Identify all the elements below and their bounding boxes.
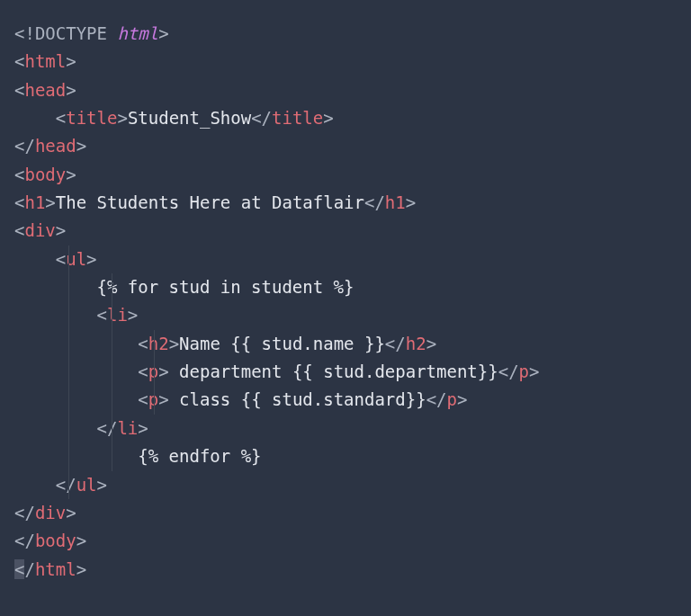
token-tag-bracket: > (45, 192, 55, 212)
code-line[interactable]: </head> (14, 132, 677, 160)
token-tag-name: li (107, 305, 128, 325)
token-tag-bracket: > (66, 503, 76, 522)
token-tag-bracket: < (14, 165, 24, 184)
token-tag-bracket: < (138, 334, 148, 353)
token-tag-bracket: > (323, 108, 333, 128)
token-tag-name: h2 (406, 334, 426, 353)
code-line[interactable]: <div> (14, 217, 677, 245)
code-line[interactable]: </ul> (14, 471, 677, 499)
token-text: class {{ stud.standard}} (169, 389, 426, 409)
token-tag-bracket: > (56, 220, 66, 240)
indent (14, 108, 56, 128)
indent-guide (112, 301, 112, 329)
token-tag-name: div (35, 503, 66, 522)
indent (14, 277, 97, 297)
token-tag-name: h1 (24, 192, 45, 212)
indent (14, 362, 138, 381)
token-tag-name: div (24, 220, 55, 240)
indent-guide (68, 471, 69, 499)
token-tag-bracket: > (76, 531, 86, 550)
token-tag-bracket: </ (97, 418, 118, 438)
indent (14, 446, 138, 466)
token-tag-bracket: > (128, 305, 138, 325)
token-template: {% endfor %} (138, 446, 261, 466)
token-tag-name: title (272, 108, 323, 128)
token-tag-bracket: </ (385, 334, 406, 353)
token-template: {% for stud in student %} (97, 277, 354, 297)
code-line[interactable]: <p> class {{ stud.standard}}</p> (14, 386, 677, 414)
code-line[interactable]: <p> department {{ stud.department}}</p> (14, 358, 677, 386)
token-tag-bracket: </ (14, 531, 35, 550)
token-tag-bracket: > (66, 80, 76, 100)
indent-guide (112, 358, 112, 386)
code-line[interactable]: {% endfor %} (14, 442, 677, 470)
token-tag-bracket: < (14, 51, 24, 71)
token-doctype-kw: DOCTYPE (35, 23, 118, 43)
code-line[interactable]: <html> (14, 48, 677, 76)
indent-guide (68, 330, 69, 358)
token-tag-bracket: > (457, 389, 467, 409)
code-line[interactable]: <ul> (14, 246, 677, 273)
token-tag-bracket: > (138, 418, 148, 438)
token-tag-bracket: </ (364, 192, 385, 212)
indent-guide (112, 273, 112, 301)
code-line[interactable]: </li> (14, 415, 677, 442)
code-line[interactable]: </body> (14, 527, 677, 555)
token-tag-bracket: </ (14, 136, 35, 156)
indent (14, 249, 56, 269)
token-tag-bracket: < (14, 220, 24, 240)
indent-guide (68, 301, 69, 329)
token-tag-name: head (24, 80, 66, 100)
token-tag-bracket: < (56, 108, 66, 128)
indent-guide (68, 358, 69, 386)
token-tag-name: html (24, 51, 66, 71)
token-text: The Students Here at Dataflair (56, 192, 364, 212)
token-tag-bracket: </ (251, 108, 272, 128)
code-line[interactable]: <!DOCTYPE html> (14, 20, 677, 48)
token-tag-bracket: > (66, 165, 76, 184)
token-tag-name: li (117, 418, 138, 438)
token-tag-bracket: > (86, 249, 96, 269)
token-tag-name: head (35, 136, 76, 156)
token-tag-bracket: > (169, 334, 179, 353)
code-line[interactable]: <body> (14, 161, 677, 189)
token-tag-bracket: > (97, 475, 107, 495)
code-line[interactable]: <head> (14, 76, 677, 104)
token-tag-name: body (35, 531, 76, 550)
token-tag-bracket: </ (14, 559, 35, 579)
indent-guide (68, 415, 69, 442)
token-tag-name: p (447, 389, 457, 409)
token-text: Name {{ stud.name }} (179, 334, 385, 353)
code-line[interactable]: {% for stud in student %} (14, 273, 677, 301)
token-tag-bracket: > (158, 362, 168, 381)
token-tag-bracket: > (117, 108, 127, 128)
indent-guide (154, 330, 155, 358)
indent (14, 334, 138, 353)
token-tag-bracket: > (76, 559, 86, 579)
token-text: department {{ stud.department}} (169, 362, 498, 381)
code-line[interactable]: </html> (14, 556, 677, 584)
indent-guide (68, 273, 69, 301)
token-tag-bracket: </ (14, 503, 35, 522)
token-text: Student_Show (128, 108, 251, 128)
indent-guide (112, 330, 112, 358)
code-line[interactable]: <h1>The Students Here at Dataflair</h1> (14, 189, 677, 217)
token-tag-bracket: < (14, 80, 24, 100)
token-tag-bracket: > (158, 389, 168, 409)
indent (14, 389, 138, 409)
token-tag-bracket: > (76, 136, 86, 156)
token-tag-bracket: > (158, 23, 168, 43)
code-line[interactable]: <title>Student_Show</title> (14, 104, 677, 132)
indent-guide (154, 386, 155, 414)
code-editor[interactable]: <!DOCTYPE html><html><head> <title>Stude… (14, 20, 677, 584)
token-tag-name: body (24, 165, 66, 184)
code-line[interactable]: <li> (14, 301, 677, 329)
indent-guide (112, 442, 112, 470)
token-tag-bracket: <! (14, 23, 35, 43)
indent (14, 475, 56, 495)
token-tag-bracket: < (138, 389, 148, 409)
indent-guide (154, 358, 155, 386)
code-line[interactable]: </div> (14, 499, 677, 527)
token-doctype-html: html (117, 23, 158, 43)
code-line[interactable]: <h2>Name {{ stud.name }}</h2> (14, 330, 677, 358)
